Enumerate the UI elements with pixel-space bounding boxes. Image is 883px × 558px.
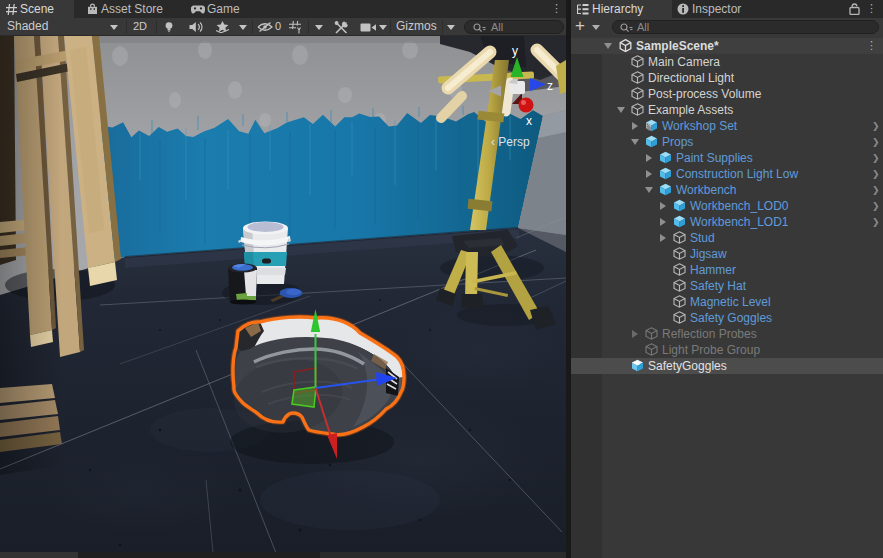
svg-text:x: x [526, 114, 532, 128]
svg-text:‹ Persp: ‹ Persp [491, 135, 530, 149]
svg-text:y: y [512, 44, 518, 58]
svg-text:z: z [547, 79, 553, 93]
